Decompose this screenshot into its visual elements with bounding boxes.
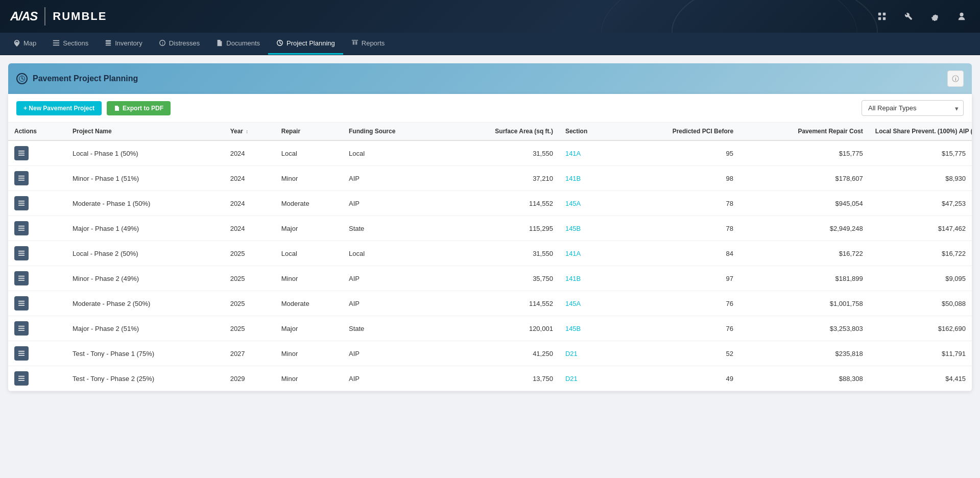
page-content: Pavement Project Planning i + New Paveme…	[0, 55, 980, 399]
row-action-icon[interactable]	[14, 146, 29, 160]
funding-source-cell: AIP	[343, 191, 441, 216]
funding-source-cell: AIP	[343, 341, 441, 366]
section-link[interactable]: 145B	[565, 325, 581, 332]
section-link[interactable]: 141A	[565, 150, 581, 157]
row-action-icon[interactable]	[14, 371, 29, 386]
section-cell: 145A	[559, 191, 617, 216]
project-name-cell: Moderate - Phase 1 (50%)	[66, 191, 224, 216]
user-icon[interactable]	[953, 8, 970, 25]
section-link[interactable]: D21	[565, 375, 578, 383]
pci-before-cell: 78	[617, 216, 739, 241]
pci-before-cell: 97	[617, 266, 739, 291]
repair-cell: Local	[275, 140, 343, 166]
row-action-icon[interactable]	[14, 246, 29, 260]
svg-rect-22	[18, 201, 25, 202]
local-share-cell: $47,253	[869, 191, 972, 216]
nav-reports[interactable]: Reports	[343, 33, 393, 55]
nav-map[interactable]: Map	[5, 33, 44, 55]
page-header-title: Pavement Project Planning	[16, 73, 138, 84]
surface-area-cell: 114,552	[441, 291, 559, 316]
row-action-icon[interactable]	[14, 171, 29, 185]
clock-icon	[16, 73, 28, 84]
section-link[interactable]: 141A	[565, 250, 581, 257]
section-link[interactable]: 141B	[565, 175, 581, 182]
new-project-button[interactable]: + New Pavement Project	[16, 101, 102, 115]
svg-line-13	[22, 79, 23, 80]
surface-area-cell: 13,750	[441, 366, 559, 391]
nav-distresses[interactable]: ! Distresses	[151, 33, 208, 55]
svg-rect-32	[18, 278, 25, 279]
section-link[interactable]: 145A	[565, 200, 581, 207]
tools-icon[interactable]	[900, 8, 917, 25]
svg-rect-33	[18, 280, 25, 281]
svg-rect-21	[18, 180, 25, 181]
nav-distresses-label: Distresses	[169, 39, 200, 47]
repair-cell: Major	[275, 316, 343, 341]
svg-rect-28	[18, 251, 25, 252]
repair-cost-cell: $1,001,758	[739, 291, 869, 316]
row-action-icon[interactable]	[14, 221, 29, 235]
row-action-icon[interactable]	[14, 196, 29, 210]
export-pdf-button[interactable]: Export to PDF	[107, 101, 171, 115]
toolbar-left: + New Pavement Project Export to PDF	[16, 101, 171, 115]
surface-area-cell: 41,250	[441, 341, 559, 366]
col-section: Section	[559, 123, 617, 140]
year-cell: 2025	[224, 266, 275, 291]
grid-icon[interactable]	[874, 8, 890, 25]
logo-rumble-text: RUMBLE	[53, 10, 107, 23]
repair-cost-cell: $3,253,803	[739, 316, 869, 341]
repair-cost-cell: $178,607	[739, 166, 869, 191]
header-icons	[874, 8, 970, 25]
settings-icon[interactable]	[927, 8, 943, 25]
export-pdf-label: Export to PDF	[123, 105, 163, 112]
local-share-cell: $50,088	[869, 291, 972, 316]
nav-project-planning-label: Project Planning	[286, 39, 335, 47]
nav-map-label: Map	[23, 39, 36, 47]
row-action-icon[interactable]	[14, 296, 29, 310]
repair-cell: Minor	[275, 341, 343, 366]
funding-source-cell: State	[343, 216, 441, 241]
section-link[interactable]: 145B	[565, 225, 581, 232]
table-row: Major - Phase 1 (49%)2024MajorState115,2…	[8, 216, 972, 241]
actions-cell	[8, 216, 66, 241]
section-link[interactable]: 141B	[565, 275, 581, 282]
project-name-cell: Test - Tony - Phase 1 (75%)	[66, 341, 224, 366]
repair-cost-cell: $2,949,248	[739, 216, 869, 241]
repair-types-select[interactable]: All Repair Types	[862, 100, 964, 116]
svg-rect-3	[883, 17, 886, 20]
section-link[interactable]: 145A	[565, 300, 581, 307]
pdf-icon	[114, 105, 120, 111]
svg-rect-16	[18, 151, 25, 152]
svg-rect-31	[18, 276, 25, 277]
table-header-row: Actions Project Name Year ↕ Repair Fundi…	[8, 123, 972, 140]
nav-sections[interactable]: Sections	[44, 33, 97, 55]
nav-inventory[interactable]: Inventory	[97, 33, 150, 55]
row-action-icon[interactable]	[14, 271, 29, 285]
section-link[interactable]: D21	[565, 350, 578, 357]
svg-rect-24	[18, 205, 25, 206]
info-button[interactable]: i	[947, 70, 964, 87]
col-year[interactable]: Year ↕	[224, 123, 275, 140]
svg-rect-20	[18, 178, 25, 179]
nav-reports-label: Reports	[362, 39, 385, 47]
actions-cell	[8, 166, 66, 191]
section-cell: 141B	[559, 266, 617, 291]
row-action-icon[interactable]	[14, 346, 29, 361]
funding-source-cell: AIP	[343, 366, 441, 391]
actions-cell	[8, 316, 66, 341]
funding-source-cell: AIP	[343, 166, 441, 191]
surface-area-cell: 114,552	[441, 191, 559, 216]
svg-rect-17	[18, 153, 25, 154]
pci-before-cell: 84	[617, 241, 739, 266]
svg-rect-27	[18, 230, 25, 231]
svg-rect-5	[106, 40, 111, 42]
table-row: Local - Phase 1 (50%)2024LocalLocal31,55…	[8, 140, 972, 166]
project-name-cell: Minor - Phase 2 (49%)	[66, 266, 224, 291]
row-action-icon[interactable]	[14, 321, 29, 336]
repair-cell: Minor	[275, 366, 343, 391]
repair-cost-cell: $15,775	[739, 140, 869, 166]
actions-cell	[8, 291, 66, 316]
nav-project-planning[interactable]: Project Planning	[268, 33, 343, 55]
nav-documents[interactable]: Documents	[208, 33, 268, 55]
repair-cell: Major	[275, 216, 343, 241]
